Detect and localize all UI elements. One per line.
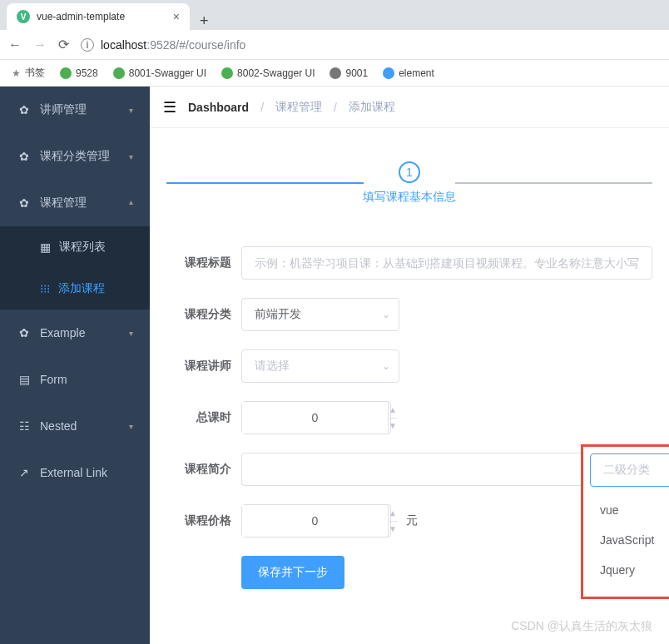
- save-next-button[interactable]: 保存并下一步: [241, 556, 344, 589]
- browser-toolbar: ← → ⟳ i localhost:9528/#/course/info: [0, 30, 669, 60]
- watermark: CSDN @认真生活的灰太狼: [511, 619, 652, 634]
- chevron-down-icon: ▾: [129, 422, 133, 431]
- chevron-down-icon: ▾: [129, 152, 133, 161]
- url-host: localhost: [101, 38, 146, 52]
- swagger-icon: [221, 67, 233, 79]
- breadcrumb-add: 添加课程: [349, 100, 395, 115]
- chevron-down-icon: ⌄: [382, 360, 390, 372]
- course-title-input[interactable]: [241, 246, 652, 280]
- tree-icon: ⁝⁝⁝: [40, 282, 50, 295]
- subcategory-select[interactable]: 二级分类 ⌃: [590, 453, 669, 487]
- url-path: /#/course/info: [176, 38, 245, 52]
- browser-tab[interactable]: V vue-admin-template ×: [7, 3, 190, 30]
- dropdown-option-jquery[interactable]: Jquery: [583, 555, 669, 585]
- bookmarks-bar: ★书签 9528 8001-Swagger UI 8002-Swagger UI…: [0, 60, 669, 87]
- sidebar-item-category[interactable]: ✿ 课程分类管理 ▾: [0, 133, 150, 180]
- chevron-down-icon: ⌄: [382, 309, 390, 320]
- gear-icon: ✿: [17, 103, 32, 116]
- hamburger-icon[interactable]: ☰: [163, 98, 176, 116]
- sidebar-item-course[interactable]: ✿ 课程管理 ▾: [0, 180, 150, 226]
- dropdown-option-vue[interactable]: vue: [583, 495, 669, 525]
- price-value[interactable]: [242, 505, 388, 537]
- gear-icon: ✿: [17, 150, 32, 163]
- label-teacher: 课程讲师: [166, 359, 241, 374]
- increment-button[interactable]: ▲: [389, 505, 397, 522]
- globe-icon: [330, 67, 341, 79]
- nested-icon: ☷: [17, 419, 32, 433]
- breadcrumb-course[interactable]: 课程管理: [275, 100, 322, 115]
- bookmarks-folder[interactable]: ★书签: [12, 66, 45, 80]
- sidebar-item-nested[interactable]: ☷ Nested ▾: [0, 403, 150, 449]
- close-tab-icon[interactable]: ×: [173, 10, 180, 23]
- price-unit: 元: [406, 513, 418, 528]
- bookmark-9001[interactable]: 9001: [330, 67, 368, 79]
- sidebar-item-example[interactable]: ✿ Example ▾: [0, 310, 150, 356]
- sidebar-item-external[interactable]: ↗ External Link: [0, 449, 150, 496]
- bookmark-8001[interactable]: 8001-Swagger UI: [113, 67, 206, 79]
- sidebar-sub-add-course[interactable]: ⁝⁝⁝ 添加课程: [0, 268, 150, 310]
- subcategory-dropdown-panel: 二级分类 ⌃ vue JavaScript Jquery: [581, 444, 669, 599]
- table-icon: ▦: [40, 240, 51, 254]
- breadcrumb-dashboard[interactable]: Dashboard: [188, 101, 249, 114]
- new-tab-button[interactable]: +: [190, 12, 219, 30]
- increment-button[interactable]: ▲: [389, 402, 397, 419]
- label-category: 课程分类: [166, 307, 241, 322]
- element-icon: [383, 67, 394, 79]
- back-button[interactable]: ←: [8, 37, 22, 52]
- chevron-down-icon: ▾: [129, 329, 133, 338]
- decrement-button[interactable]: ▼: [389, 419, 397, 434]
- chevron-down-icon: ▾: [129, 106, 133, 115]
- decrement-button[interactable]: ▼: [389, 522, 397, 537]
- price-number-input[interactable]: ▲ ▼: [241, 504, 391, 537]
- address-bar[interactable]: i localhost:9528/#/course/info: [81, 38, 661, 52]
- label-desc: 课程简介: [166, 462, 241, 477]
- form-icon: ▤: [17, 373, 32, 386]
- dropdown-option-javascript[interactable]: JavaScript: [583, 525, 669, 555]
- forward-button[interactable]: →: [33, 37, 47, 52]
- gear-icon: ✿: [17, 326, 32, 339]
- browser-tab-strip: V vue-admin-template × +: [0, 0, 669, 30]
- lesson-value[interactable]: [242, 402, 388, 433]
- gear-icon: ✿: [17, 196, 32, 210]
- url-port: :9528: [146, 38, 176, 52]
- category-select[interactable]: 前端开发 ⌄: [241, 298, 399, 331]
- label-title: 课程标题: [166, 255, 241, 270]
- steps: 1 填写课程基本信息: [166, 161, 652, 205]
- bookmark-9528[interactable]: 9528: [60, 67, 98, 79]
- bookmark-element[interactable]: element: [383, 67, 434, 79]
- vue-icon: [60, 67, 72, 79]
- chevron-up-icon: ▾: [129, 199, 133, 208]
- link-icon: ↗: [17, 466, 32, 479]
- dropdown-list: vue JavaScript Jquery: [583, 490, 669, 590]
- step-1-title: 填写课程基本信息: [363, 190, 456, 205]
- bookmark-8002[interactable]: 8002-Swagger UI: [221, 67, 315, 79]
- swagger-icon: [113, 67, 125, 79]
- lesson-number-input[interactable]: ▲ ▼: [241, 401, 391, 434]
- sidebar-item-teacher[interactable]: ✿ 讲师管理 ▾: [0, 87, 150, 133]
- sidebar-item-form[interactable]: ▤ Form: [0, 356, 150, 403]
- teacher-select[interactable]: 请选择 ⌄: [241, 349, 399, 383]
- sidebar: ✿ 讲师管理 ▾ ✿ 课程分类管理 ▾ ✿ 课程管理 ▾ ▦ 课程列表 ⁝⁝⁝ …: [0, 87, 150, 644]
- tab-title: vue-admin-template: [37, 11, 125, 22]
- label-lesson: 总课时: [166, 410, 241, 425]
- reload-button[interactable]: ⟳: [58, 37, 69, 52]
- site-info-icon[interactable]: i: [81, 38, 94, 52]
- vue-favicon: V: [17, 10, 30, 23]
- label-price: 课程价格: [166, 513, 241, 528]
- breadcrumb: ☰ Dashboard / 课程管理 / 添加课程: [150, 87, 669, 128]
- sidebar-sub-course-list[interactable]: ▦ 课程列表: [0, 226, 150, 268]
- step-1-circle: 1: [399, 161, 420, 183]
